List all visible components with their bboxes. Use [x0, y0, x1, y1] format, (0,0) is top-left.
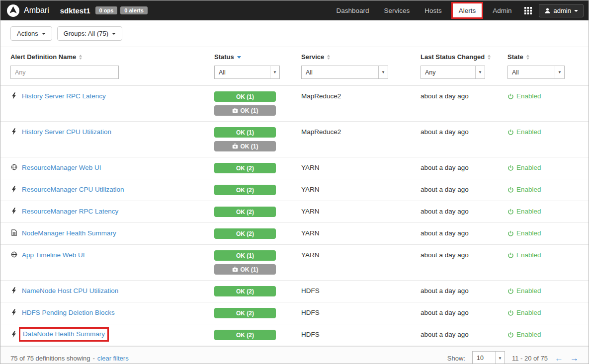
alerts-count-badge[interactable]: 0 alerts: [120, 6, 148, 14]
service-cell: YARN: [301, 163, 421, 173]
column-label: State: [507, 53, 523, 61]
state-cell: Enabled: [507, 286, 579, 296]
pagination-controls: Show: 10 ▼ 11 - 20 of 75 ← →: [447, 351, 579, 364]
bolt-icon: [10, 309, 17, 316]
alert-name-cell: History Server RPC Latency: [10, 91, 214, 101]
power-icon: [507, 209, 514, 215]
service-filter-select[interactable]: All ▼: [301, 66, 388, 79]
state-filter-select[interactable]: All ▼: [507, 66, 565, 79]
status-ok-badge[interactable]: OK (2): [214, 286, 276, 296]
next-page-arrow-icon[interactable]: →: [570, 354, 579, 363]
column-header-state[interactable]: State: [507, 53, 579, 61]
service-cell: YARN: [301, 207, 421, 217]
ambari-alerts-page: Ambari sdktest1 0 ops 0 alerts Dashboard…: [0, 0, 589, 364]
nav-item-admin[interactable]: Admin: [485, 0, 519, 20]
ops-count-badge[interactable]: 0 ops: [95, 6, 118, 14]
status-maintenance-badge[interactable]: OK (1): [214, 264, 276, 275]
nav-item-dashboard[interactable]: Dashboard: [329, 0, 376, 20]
column-header-service[interactable]: Service: [301, 53, 421, 61]
views-grid-icon[interactable]: [524, 7, 532, 14]
badge-label: OK (2): [236, 332, 254, 339]
table-row: NodeManager Health Summary OK (2) YARN a…: [0, 223, 589, 245]
table-filter-row: All ▼ All ▼ Any ▼ All ▼: [0, 63, 589, 86]
groups-filter-button[interactable]: Groups: All (75): [57, 26, 122, 41]
state-cell: Enabled: [507, 207, 579, 217]
status-maintenance-badge[interactable]: OK (1): [214, 141, 276, 151]
last-changed-filter-select[interactable]: Any ▼: [421, 66, 485, 79]
badge-label: OK (2): [236, 288, 254, 295]
status-ok-badge[interactable]: OK (2): [214, 207, 276, 217]
table-row: App Timeline Web UI OK (1)OK (1) YARN ab…: [0, 245, 589, 281]
column-header-alert-definition-name[interactable]: Alert Definition Name: [10, 53, 214, 61]
alert-definition-link[interactable]: ResourceManager CPU Utilization: [22, 185, 124, 195]
badge-label: OK (1): [236, 129, 254, 136]
status-ok-badge[interactable]: OK (1): [214, 250, 276, 261]
power-icon: [507, 129, 514, 136]
service-cell: YARN: [301, 185, 421, 195]
state-cell: Enabled: [507, 163, 579, 173]
select-arrow-icon: ▼: [475, 66, 485, 78]
status-ok-badge[interactable]: OK (2): [214, 185, 276, 195]
alert-definition-link[interactable]: History Server RPC Latency: [22, 91, 106, 101]
sort-icon: [79, 55, 82, 60]
alert-definition-link[interactable]: HDFS Pending Deletion Blocks: [22, 308, 115, 318]
alert-definition-link[interactable]: App Timeline Web UI: [22, 250, 85, 260]
state-cell: Enabled: [507, 308, 579, 318]
table-row: History Server RPC Latency OK (1)OK (1) …: [0, 86, 589, 122]
table-row: ResourceManager CPU Utilization OK (2) Y…: [0, 179, 589, 201]
table-row: NameNode Host CPU Utilization OK (2) HDF…: [0, 281, 589, 302]
last-status-changed-cell: about a day ago: [421, 286, 507, 296]
status-ok-badge[interactable]: OK (2): [214, 308, 276, 318]
column-header-last-status-changed[interactable]: Last Status Changed: [421, 53, 507, 61]
badge-label: OK (1): [241, 266, 258, 273]
nav-item-alerts[interactable]: Alerts: [451, 2, 484, 19]
select-arrow-icon: ▼: [270, 66, 279, 78]
user-menu-label: admin: [554, 7, 571, 14]
state-cell: Enabled: [507, 330, 579, 340]
status-ok-badge[interactable]: OK (2): [214, 228, 276, 239]
state-label: Enabled: [516, 91, 541, 101]
definitions-count-text: 75 of 75 definitions showing: [10, 355, 90, 362]
clear-filters-link[interactable]: clear filters: [97, 355, 129, 362]
state-label: Enabled: [516, 286, 541, 296]
table-row: HDFS Pending Deletion Blocks OK (2) HDFS…: [0, 302, 589, 324]
alert-definition-link[interactable]: ResourceManager Web UI: [22, 163, 101, 173]
alert-definition-link[interactable]: DataNode Health Summary: [19, 327, 109, 342]
user-menu-button[interactable]: admin: [539, 4, 584, 17]
brand-title[interactable]: Ambari: [24, 6, 49, 15]
status-ok-badge[interactable]: OK (1): [214, 91, 276, 102]
table-footer: 75 of 75 definitions showing - clear fil…: [0, 346, 589, 364]
alerts-toolbar: Actions Groups: All (75): [0, 20, 589, 47]
status-ok-badge[interactable]: OK (2): [214, 330, 276, 340]
navbar-left: Ambari sdktest1 0 ops 0 alerts: [6, 4, 151, 17]
select-arrow-icon: ▼: [555, 66, 564, 78]
badge-label: OK (2): [236, 310, 254, 317]
page-size-select[interactable]: 10 ▼: [472, 351, 505, 364]
state-label: Enabled: [516, 228, 541, 238]
alert-definition-link[interactable]: ResourceManager RPC Latency: [22, 207, 118, 217]
ambari-logo-icon[interactable]: [6, 4, 20, 17]
last-changed-filter-value: Any: [421, 66, 475, 78]
alert-name-cell: App Timeline Web UI: [10, 250, 214, 260]
badge-label: OK (1): [241, 107, 258, 114]
show-label: Show:: [447, 355, 465, 362]
status-filter-select[interactable]: All ▼: [214, 66, 280, 79]
table-body: History Server RPC Latency OK (1)OK (1) …: [0, 86, 589, 346]
previous-page-arrow-icon[interactable]: ←: [555, 354, 563, 363]
alert-definition-link[interactable]: NodeManager Health Summary: [22, 228, 116, 238]
column-header-status[interactable]: Status: [214, 53, 301, 61]
state-label: Enabled: [516, 330, 541, 340]
name-filter-input[interactable]: [10, 66, 119, 79]
status-maintenance-badge[interactable]: OK (1): [214, 105, 276, 116]
nav-item-hosts[interactable]: Hosts: [417, 0, 449, 20]
nav-item-services[interactable]: Services: [377, 0, 418, 20]
status-ok-badge[interactable]: OK (2): [214, 163, 276, 173]
status-cell: OK (1)OK (1): [214, 91, 301, 116]
last-status-changed-cell: about a day ago: [421, 330, 507, 340]
last-status-changed-cell: about a day ago: [421, 228, 507, 238]
alert-definition-link[interactable]: NameNode Host CPU Utilization: [22, 286, 118, 296]
actions-button[interactable]: Actions: [10, 26, 52, 41]
status-ok-badge[interactable]: OK (1): [214, 127, 276, 138]
alert-definition-link[interactable]: History Server CPU Utilization: [22, 127, 111, 137]
chevron-down-icon: [574, 10, 578, 12]
